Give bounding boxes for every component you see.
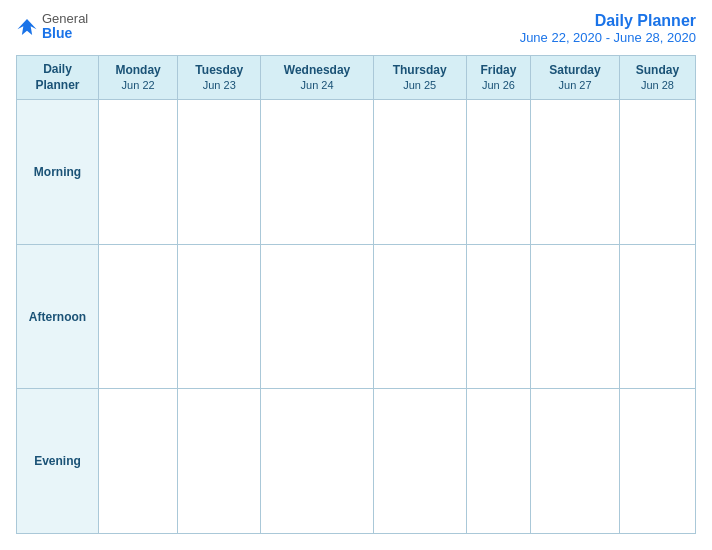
row-evening: Evening	[17, 389, 696, 534]
col-sunday: Sunday Jun 28	[619, 56, 695, 100]
cell-afternoon-sun[interactable]	[619, 244, 695, 389]
col-friday: Friday Jun 26	[466, 56, 531, 100]
cell-morning-thu[interactable]	[373, 100, 466, 245]
row-label-afternoon: Afternoon	[17, 244, 99, 389]
logo-text: General Blue	[42, 12, 88, 42]
cell-afternoon-fri[interactable]	[466, 244, 531, 389]
col-tuesday: Tuesday Jun 23	[178, 56, 261, 100]
row-label-evening: Evening	[17, 389, 99, 534]
cell-afternoon-mon[interactable]	[99, 244, 178, 389]
logo-blue: Blue	[42, 26, 88, 41]
col-monday: Monday Jun 22	[99, 56, 178, 100]
cell-evening-sun[interactable]	[619, 389, 695, 534]
cell-evening-wed[interactable]	[261, 389, 373, 534]
cell-morning-wed[interactable]	[261, 100, 373, 245]
header: General Blue Daily Planner June 22, 2020…	[16, 12, 696, 45]
svg-marker-0	[17, 19, 36, 35]
page: General Blue Daily Planner June 22, 2020…	[0, 0, 712, 550]
cell-afternoon-wed[interactable]	[261, 244, 373, 389]
cell-afternoon-thu[interactable]	[373, 244, 466, 389]
cell-morning-sun[interactable]	[619, 100, 695, 245]
row-afternoon: Afternoon	[17, 244, 696, 389]
cell-morning-sat[interactable]	[531, 100, 620, 245]
planner-date-range: June 22, 2020 - June 28, 2020	[520, 30, 696, 45]
table-header-row: Daily Planner Monday Jun 22 Tuesday Jun …	[17, 56, 696, 100]
col-thursday: Thursday Jun 25	[373, 56, 466, 100]
cell-morning-fri[interactable]	[466, 100, 531, 245]
bird-icon	[16, 16, 38, 38]
cell-afternoon-sat[interactable]	[531, 244, 620, 389]
col-wednesday: Wednesday Jun 24	[261, 56, 373, 100]
cell-evening-sat[interactable]	[531, 389, 620, 534]
cell-evening-fri[interactable]	[466, 389, 531, 534]
planner-title: Daily Planner	[520, 12, 696, 30]
cell-morning-mon[interactable]	[99, 100, 178, 245]
col-saturday: Saturday Jun 27	[531, 56, 620, 100]
row-label-morning: Morning	[17, 100, 99, 245]
cell-evening-tue[interactable]	[178, 389, 261, 534]
title-block: Daily Planner June 22, 2020 - June 28, 2…	[520, 12, 696, 45]
cell-evening-thu[interactable]	[373, 389, 466, 534]
cell-evening-mon[interactable]	[99, 389, 178, 534]
row-morning: Morning	[17, 100, 696, 245]
cell-morning-tue[interactable]	[178, 100, 261, 245]
header-label-cell: Daily Planner	[17, 56, 99, 100]
logo-general: General	[42, 12, 88, 26]
logo: General Blue	[16, 12, 88, 42]
cell-afternoon-tue[interactable]	[178, 244, 261, 389]
planner-table: Daily Planner Monday Jun 22 Tuesday Jun …	[16, 55, 696, 534]
